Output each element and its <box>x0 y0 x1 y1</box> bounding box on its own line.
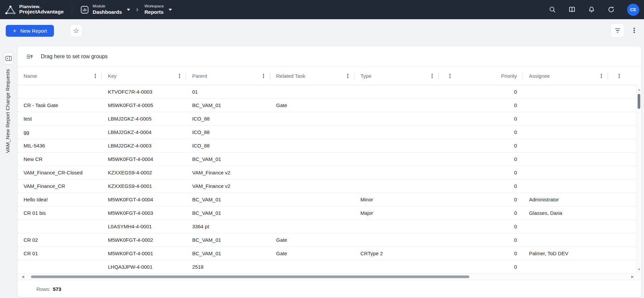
cell-priority[interactable]: 0 <box>439 260 523 273</box>
cell-name[interactable]: VAM_Finance_CR-Closed <box>18 166 102 179</box>
cell-related_task[interactable] <box>270 166 354 179</box>
cell-blank[interactable] <box>608 260 637 273</box>
cell-type[interactable] <box>354 99 439 112</box>
cell-related_task[interactable] <box>270 139 354 152</box>
cell-priority[interactable]: 0 <box>439 153 523 166</box>
column-menu-icon[interactable] <box>95 74 96 78</box>
table-row[interactable]: Hello Idea!M5WK0FGT-4-0004BC_VAM_01Minor… <box>18 193 637 206</box>
scroll-left-icon[interactable]: ◀ <box>22 275 24 279</box>
toolbar-kebab-menu-icon[interactable] <box>634 28 635 33</box>
cell-key[interactable]: KTVOFC7R-4-0003 <box>102 85 186 98</box>
cell-assignee[interactable] <box>523 220 608 233</box>
cell-name[interactable]: test <box>18 112 102 125</box>
table-row[interactable]: KTVOFC7R-4-0003010 <box>18 85 637 99</box>
cell-related_task[interactable] <box>270 112 354 125</box>
cell-key[interactable]: M5WK0FGT-4-0003 <box>102 206 186 220</box>
cell-related_task[interactable] <box>270 206 354 220</box>
cell-name[interactable]: MIL-5436 <box>18 139 102 152</box>
refresh-icon[interactable] <box>608 6 615 13</box>
cell-blank[interactable] <box>608 166 637 179</box>
side-panel-toggle-button[interactable] <box>4 52 13 65</box>
cell-related_task[interactable] <box>270 260 354 273</box>
cell-blank[interactable] <box>608 85 637 98</box>
module-selector[interactable]: Module Dashboards <box>80 4 130 15</box>
cell-assignee[interactable]: Palmer, ToD DEV <box>523 247 608 260</box>
cell-related_task[interactable] <box>270 153 354 166</box>
cell-related_task[interactable] <box>270 193 354 206</box>
cell-assignee[interactable] <box>523 139 608 152</box>
column-menu-icon[interactable] <box>432 74 433 78</box>
cell-priority[interactable]: 0 <box>439 112 523 125</box>
cell-key[interactable]: KZXXEGS9-4-0002 <box>102 166 186 179</box>
cell-type[interactable] <box>354 260 439 273</box>
bell-icon[interactable] <box>588 6 595 13</box>
table-row[interactable]: L0ASYMH4-4-00013364 pt0 <box>18 220 637 233</box>
book-icon[interactable] <box>568 6 576 13</box>
table-row[interactable]: VAM_Finance_CR-ClosedKZXXEGS9-4-0002VAM_… <box>18 166 637 179</box>
cell-blank[interactable] <box>608 206 637 220</box>
vertical-scroll-thumb[interactable] <box>638 94 640 109</box>
cell-parent[interactable]: VAM_Finance v2 <box>186 179 270 193</box>
cell-key[interactable]: LHQA3JPW-4-0001 <box>102 260 186 273</box>
column-header-related_task[interactable]: Related Task <box>270 67 354 85</box>
cell-priority[interactable]: 0 <box>439 85 523 98</box>
cell-blank[interactable] <box>608 99 637 112</box>
cell-priority[interactable]: 0 <box>439 179 523 193</box>
cell-name[interactable]: CR 02 <box>18 233 102 246</box>
cell-type[interactable] <box>354 153 439 166</box>
column-menu-icon[interactable] <box>263 74 264 78</box>
cell-type[interactable] <box>354 179 439 193</box>
cell-type[interactable] <box>354 112 439 125</box>
cell-key[interactable]: M5WK0FGT-4-0004 <box>102 153 186 166</box>
column-menu-icon[interactable] <box>619 74 620 78</box>
cell-assignee[interactable] <box>523 99 608 112</box>
cell-priority[interactable]: 0 <box>439 139 523 152</box>
cell-assignee[interactable] <box>523 112 608 125</box>
cell-parent[interactable]: ICO_88 <box>186 112 270 125</box>
column-header-assignee[interactable]: Assignee <box>523 67 608 85</box>
column-menu-icon[interactable] <box>601 74 602 78</box>
filter-button[interactable] <box>610 23 625 38</box>
cell-priority[interactable]: 0 <box>439 166 523 179</box>
cell-assignee[interactable] <box>523 153 608 166</box>
cell-assignee[interactable] <box>523 233 608 246</box>
cell-blank[interactable] <box>608 220 637 233</box>
caret-down-icon[interactable] <box>169 9 172 11</box>
cell-name[interactable] <box>18 260 102 273</box>
cell-priority[interactable]: 0 <box>439 193 523 206</box>
cell-priority[interactable]: 0 <box>439 220 523 233</box>
cell-assignee[interactable] <box>523 260 608 273</box>
cell-name[interactable] <box>18 220 102 233</box>
cell-assignee[interactable]: Administrator <box>523 193 608 206</box>
cell-assignee[interactable] <box>523 166 608 179</box>
table-row[interactable]: VAM_Finance_CRKZXXEGS9-4-0001VAM_Finance… <box>18 179 637 193</box>
cell-assignee[interactable] <box>523 85 608 98</box>
cell-name[interactable]: gg <box>18 126 102 139</box>
cell-priority[interactable]: 0 <box>439 233 523 246</box>
cell-type[interactable]: CRType 2 <box>354 247 439 260</box>
cell-parent[interactable]: 2518 <box>186 260 270 273</box>
cell-blank[interactable] <box>608 126 637 139</box>
cell-key[interactable]: L0ASYMH4-4-0001 <box>102 220 186 233</box>
cell-key[interactable]: LBMJ2GKZ-4-0005 <box>102 112 186 125</box>
cell-assignee[interactable] <box>523 126 608 139</box>
cell-key[interactable]: M5WK0FGT-4-0004 <box>102 193 186 206</box>
cell-type[interactable] <box>354 233 439 246</box>
table-row[interactable]: CR 02M5WK0FGT-4-0002BC_VAM_01Gate0 <box>18 233 637 247</box>
cell-parent[interactable]: BC_VAM_01 <box>186 247 270 260</box>
cell-key[interactable]: LBMJ2GKZ-4-0004 <box>102 126 186 139</box>
cell-related_task[interactable] <box>270 220 354 233</box>
cell-name[interactable] <box>18 85 102 98</box>
scroll-down-icon[interactable]: ▼ <box>637 268 642 271</box>
cell-type[interactable] <box>354 139 439 152</box>
cell-parent[interactable]: BC_VAM_01 <box>186 233 270 246</box>
column-menu-icon[interactable] <box>347 74 348 78</box>
cell-assignee[interactable]: Glasses, Daria <box>523 206 608 220</box>
new-report-button[interactable]: + New Report <box>6 25 54 37</box>
cell-priority[interactable]: 0 <box>439 99 523 112</box>
column-header-priority[interactable]: Priority <box>439 67 523 85</box>
cell-related_task[interactable]: Gate <box>270 247 354 260</box>
cell-name[interactable]: CR 01 bis <box>18 206 102 220</box>
cell-key[interactable]: M5WK0FGT-4-0002 <box>102 233 186 246</box>
cell-type[interactable] <box>354 85 439 98</box>
